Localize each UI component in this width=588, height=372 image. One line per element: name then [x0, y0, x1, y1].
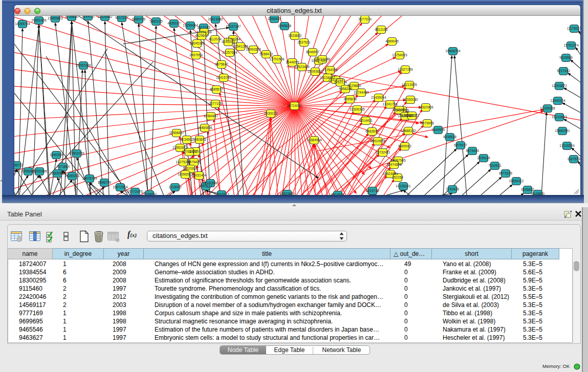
svg-text:11584847: 11584847 — [204, 114, 219, 118]
svg-text:12159358: 12159358 — [540, 106, 555, 110]
svg-text:16072954: 16072954 — [113, 185, 128, 189]
svg-text:4439167: 4439167 — [167, 21, 181, 25]
svg-text:9983893: 9983893 — [193, 138, 206, 141]
svg-text:22992872: 22992872 — [172, 146, 188, 149]
svg-text:10654112: 10654112 — [509, 179, 524, 183]
svg-text:15692991: 15692991 — [555, 129, 570, 133]
svg-text:2457954: 2457954 — [189, 53, 203, 57]
svg-text:9227342: 9227342 — [557, 69, 570, 73]
svg-text:6482877: 6482877 — [365, 129, 379, 133]
svg-text:9329966: 9329966 — [559, 56, 573, 59]
svg-text:13754919: 13754919 — [392, 53, 407, 57]
svg-text:8489709: 8489709 — [132, 17, 145, 21]
svg-text:11178319: 11178319 — [567, 27, 580, 30]
svg-text:12920906: 12920906 — [418, 105, 433, 109]
svg-text:9245652: 9245652 — [521, 188, 534, 191]
svg-text:21257684: 21257684 — [222, 51, 237, 54]
svg-text:20031404: 20031404 — [191, 173, 207, 177]
svg-text:8134562: 8134562 — [180, 138, 193, 141]
svg-text:8811165: 8811165 — [375, 28, 388, 31]
svg-text:16213925: 16213925 — [402, 83, 417, 86]
svg-text:7671884: 7671884 — [56, 165, 70, 168]
svg-text:19524851: 19524851 — [383, 172, 398, 176]
svg-text:20691406: 20691406 — [31, 18, 47, 22]
svg-text:2935114: 2935114 — [477, 156, 490, 160]
svg-text:2537611: 2537611 — [297, 40, 311, 44]
svg-text:8938928: 8938928 — [443, 135, 456, 139]
svg-text:14055724: 14055724 — [15, 22, 30, 26]
svg-text:16396513: 16396513 — [178, 172, 193, 176]
svg-text:18992829: 18992829 — [246, 48, 261, 51]
svg-text:8224730: 8224730 — [366, 189, 379, 192]
svg-text:9875847: 9875847 — [215, 62, 228, 66]
svg-text:10710248: 10710248 — [315, 57, 330, 61]
svg-text:20772475: 20772475 — [127, 190, 143, 193]
svg-text:1167533: 1167533 — [567, 157, 580, 161]
svg-text:8685577: 8685577 — [210, 87, 223, 91]
svg-text:16648784: 16648784 — [445, 49, 461, 53]
svg-text:19299464: 19299464 — [183, 24, 198, 27]
svg-text:16210643: 16210643 — [552, 115, 567, 119]
svg-text:19384554: 19384554 — [307, 138, 322, 142]
svg-text:4735650: 4735650 — [65, 16, 78, 18]
svg-text:22455603: 22455603 — [48, 16, 63, 20]
svg-text:10327246: 10327246 — [398, 68, 413, 71]
svg-text:15751074: 15751074 — [563, 43, 579, 47]
svg-text:8396759: 8396759 — [98, 181, 111, 184]
svg-text:15180586: 15180586 — [203, 181, 218, 185]
svg-text:22570529: 22570529 — [183, 167, 198, 170]
svg-text:4245263: 4245263 — [222, 40, 235, 43]
svg-text:9214491: 9214491 — [359, 119, 373, 122]
svg-text:22744459: 22744459 — [354, 91, 369, 94]
svg-text:13241736: 13241736 — [382, 102, 398, 106]
svg-text:21200396: 21200396 — [32, 169, 47, 173]
svg-text:2077105: 2077105 — [209, 102, 222, 105]
svg-text:13045349: 13045349 — [189, 41, 205, 45]
svg-text:14275203: 14275203 — [176, 160, 191, 164]
svg-text:20053346: 20053346 — [76, 63, 91, 67]
svg-text:2930023: 2930023 — [264, 112, 277, 115]
svg-text:1890399: 1890399 — [50, 153, 63, 157]
svg-text:15157347: 15157347 — [226, 25, 241, 28]
svg-text:17016504: 17016504 — [559, 144, 575, 147]
svg-text:12294238: 12294238 — [197, 30, 212, 34]
svg-text:12093872: 12093872 — [552, 84, 567, 87]
svg-text:13732411: 13732411 — [376, 150, 390, 154]
svg-text:22330030: 22330030 — [403, 98, 418, 101]
svg-text:22306335: 22306335 — [350, 107, 365, 111]
svg-text:1733426: 1733426 — [446, 187, 459, 191]
svg-text:5682115: 5682115 — [149, 19, 163, 23]
svg-text:12444154: 12444154 — [550, 99, 565, 102]
svg-text:15076749: 15076749 — [82, 177, 97, 180]
svg-text:8336273: 8336273 — [14, 163, 23, 167]
svg-text:1999828: 1999828 — [278, 24, 291, 28]
svg-text:14460856: 14460856 — [197, 126, 212, 129]
svg-text:9474444: 9474444 — [466, 149, 479, 152]
svg-text:7452134: 7452134 — [334, 80, 347, 84]
svg-text:4389045: 4389045 — [385, 39, 399, 43]
svg-text:17751421: 17751421 — [182, 150, 197, 154]
svg-text:19285201: 19285201 — [64, 174, 80, 178]
svg-text:6357277: 6357277 — [199, 184, 212, 188]
svg-text:16415740: 16415740 — [216, 76, 231, 79]
svg-text:21754078: 21754078 — [322, 68, 338, 72]
svg-text:2876966: 2876966 — [421, 121, 434, 125]
svg-text:19523409: 19523409 — [294, 65, 310, 69]
svg-text:14136141: 14136141 — [396, 184, 411, 188]
svg-text:9958289: 9958289 — [339, 87, 352, 91]
svg-text:3677374: 3677374 — [358, 17, 372, 21]
svg-text:3395870: 3395870 — [343, 97, 357, 101]
svg-text:6742460: 6742460 — [393, 108, 406, 112]
svg-text:11558837: 11558837 — [169, 131, 184, 135]
svg-text:1839221: 1839221 — [81, 16, 95, 18]
svg-text:7632621: 7632621 — [488, 164, 502, 167]
svg-text:8646997: 8646997 — [306, 50, 319, 54]
svg-text:11881122: 11881122 — [405, 114, 420, 117]
svg-text:20813640: 20813640 — [208, 17, 223, 21]
svg-text:22474828: 22474828 — [386, 163, 402, 166]
svg-text:16510878: 16510878 — [370, 139, 385, 143]
svg-text:19832259: 19832259 — [69, 151, 84, 155]
svg-text:252254: 252254 — [392, 176, 403, 179]
svg-text:3333883: 3333883 — [288, 34, 301, 37]
svg-text:3917183: 3917183 — [197, 26, 210, 29]
